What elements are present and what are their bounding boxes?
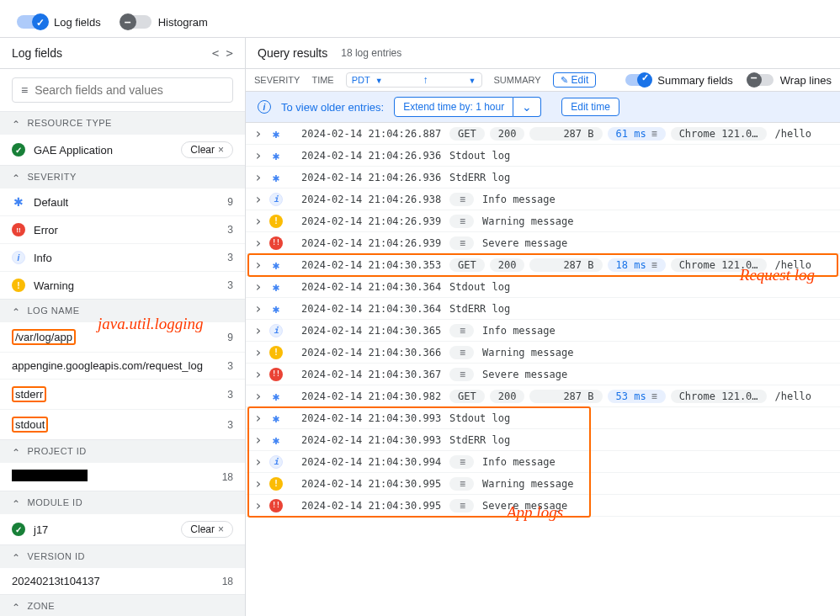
log-row[interactable]: 2024-02-14 21:04:30.367Severe message [246,364,840,385]
http-method-pill: GET [449,258,485,272]
chevron-up-icon [12,171,21,183]
log-row[interactable]: 2024-02-14 21:04:30.993Stdout log [246,407,840,429]
expand-icon[interactable] [254,388,263,404]
expand-icon[interactable] [254,191,263,207]
expand-icon[interactable] [254,410,263,426]
expand-icon[interactable] [254,125,263,141]
log-timestamp: 2024-02-14 21:04:30.995 [301,478,443,490]
section-severity[interactable]: SEVERITY [0,165,245,188]
code-icon[interactable]: < > [212,46,233,60]
asterisk-icon [269,127,283,141]
log-row[interactable]: 2024-02-14 21:04:26.939Severe message [246,232,840,254]
expand-icon[interactable] [254,475,263,491]
severity-default[interactable]: Default 9 [0,188,245,215]
log-row[interactable]: 2024-02-14 21:04:30.994Info message [246,451,840,473]
bars-icon [651,259,657,271]
log-row[interactable]: 2024-02-14 21:04:30.995Warning message [246,473,840,495]
toggle-label: Summary fields [657,74,733,87]
warning-icon [269,477,283,491]
logname-stdout[interactable]: stdout 3 [0,409,245,439]
expand-icon[interactable] [254,497,263,513]
chevron-up-icon [12,305,21,316]
log-row[interactable]: 2024-02-14 21:04:26.939Warning message [246,210,840,232]
expand-icon[interactable] [254,257,263,273]
clear-button[interactable]: Clear [181,141,233,158]
edit-summary-button[interactable]: Edit [553,72,597,88]
search-box[interactable] [12,77,233,103]
section-version-id[interactable]: VERSION ID [0,544,245,567]
error-icon [269,236,283,250]
asterisk-icon [269,433,283,447]
log-row[interactable]: 2024-02-14 21:04:26.887GET200287 B61 ms … [246,123,840,145]
timezone-selector[interactable]: PDT [346,72,482,88]
user-agent-pill: Chrome 121.0… [671,390,767,403]
log-timestamp: 2024-02-14 21:04:30.993 [301,412,443,424]
log-row[interactable]: 2024-02-14 21:04:30.365Info message [246,320,840,342]
expand-icon[interactable] [254,169,263,185]
severity-error[interactable]: Error 3 [0,215,245,243]
log-summary: GET200287 B61 ms Chrome 121.0…/hello [449,127,811,141]
search-input[interactable] [35,83,224,97]
resource-type-item[interactable]: GAE Application Clear [0,134,245,165]
section-zone[interactable]: ZONE [0,594,245,616]
severity-info[interactable]: Info 3 [0,243,245,271]
summary-fields-toggle[interactable]: Summary fields [625,74,733,87]
expand-icon[interactable] [254,366,263,382]
asterisk-icon [269,280,283,294]
results-count: 18 log entries [341,47,401,59]
results-title: Query results [258,46,327,60]
log-timestamp: 2024-02-14 21:04:30.364 [301,281,443,293]
log-timestamp: 2024-02-14 21:04:30.993 [301,434,443,446]
info-icon [258,100,271,114]
col-time: TIME [311,75,333,85]
extend-time-button[interactable]: Extend time by: 1 hour [394,97,513,117]
module-id-item[interactable]: j17 Clear [0,513,245,544]
log-summary: Stdout log [449,412,510,424]
expand-icon[interactable] [254,235,263,251]
histogram-toggle[interactable]: Histogram [121,15,208,29]
clear-label: Clear [190,144,215,156]
expand-icon[interactable] [254,147,263,163]
log-row[interactable]: 2024-02-14 21:04:26.936StdERR log [246,167,840,189]
chevron-up-icon [12,117,21,129]
section-label: ZONE [28,601,56,611]
log-row[interactable]: 2024-02-14 21:04:26.938Info message [246,189,840,210]
info-icon [269,455,283,469]
log-row[interactable]: 2024-02-14 21:04:26.936Stdout log [246,145,840,167]
log-row[interactable]: 2024-02-14 21:04:30.982GET200287 B53 ms … [246,385,840,407]
expand-icon[interactable] [254,344,263,360]
item-label: Info [34,252,219,264]
wrap-lines-toggle[interactable]: Wrap lines [748,74,832,87]
error-icon [12,223,25,236]
col-severity: SEVERITY [254,75,300,85]
expand-icon[interactable] [254,300,263,316]
log-row[interactable]: 2024-02-14 21:04:30.993StdERR log [246,429,840,451]
expand-icon[interactable] [254,279,263,295]
log-summary: Severe message [449,368,567,381]
logname-request-log[interactable]: appengine.googleapis.com/request_log 3 [0,352,245,379]
logname-stderr[interactable]: stderr 3 [0,379,245,409]
log-fields-toggle[interactable]: Log fields [17,15,101,29]
expand-icon[interactable] [254,454,263,470]
severity-warning[interactable]: Warning 3 [0,271,245,299]
expand-icon[interactable] [254,432,263,448]
project-id-item[interactable]: 18 [0,462,245,491]
expand-icon[interactable] [254,322,263,338]
log-summary: Info message [449,324,556,337]
clear-button[interactable]: Clear [181,521,233,538]
item-count: 3 [227,389,233,401]
expand-icon[interactable] [254,213,263,229]
section-resource-type[interactable]: RESOURCE TYPE [0,111,245,134]
edit-time-button[interactable]: Edit time [561,98,619,116]
section-module-id[interactable]: MODULE ID [0,491,245,513]
version-id-item[interactable]: 20240213t104137 18 [0,567,245,594]
item-label: GAE Application [34,144,173,157]
extend-time-dropdown[interactable] [513,97,541,117]
item-count: 3 [227,224,233,236]
section-project-id[interactable]: PROJECT ID [0,439,245,462]
bars-pill [449,236,474,250]
log-row[interactable]: 2024-02-14 21:04:30.364StdERR log [246,298,840,320]
log-row[interactable]: 2024-02-14 21:04:30.366Warning message [246,342,840,364]
latency-pill: 18 ms [608,258,666,272]
info-icon [269,193,283,206]
